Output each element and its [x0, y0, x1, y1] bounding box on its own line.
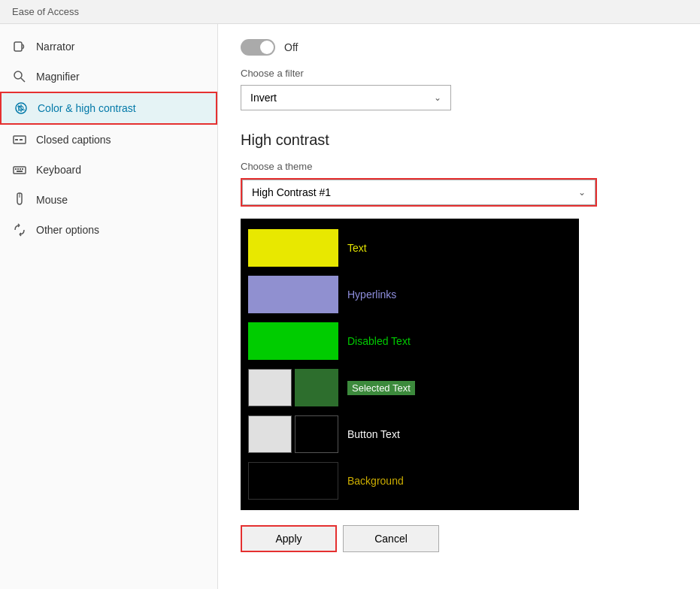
svg-line-2 [21, 78, 25, 82]
sidebar-item-color-contrast[interactable]: Color & high contrast [0, 92, 217, 125]
svg-rect-12 [22, 168, 23, 170]
other-options-label: Other options [36, 224, 99, 236]
other-options-icon [12, 222, 27, 237]
color-row-selected: Selected Text [248, 366, 571, 409]
theme-dropdown-value: High Contrast #1 [252, 186, 331, 198]
color-row-disabled: Disabled Text [248, 319, 571, 363]
theme-dropdown-wrapper: High Contrast #1 ⌄ [241, 178, 597, 207]
svg-rect-13 [17, 171, 23, 172]
hyperlinks-color-swatch[interactable] [248, 276, 338, 313]
selected-swatch-dark[interactable] [295, 369, 338, 406]
color-contrast-label: Color & high contrast [38, 102, 136, 114]
hyperlinks-color-label: Hyperlinks [347, 288, 396, 301]
mouse-label: Mouse [36, 194, 68, 206]
svg-rect-7 [20, 139, 23, 140]
filter-section-label: Choose a filter [241, 68, 677, 79]
text-color-swatch[interactable] [248, 229, 338, 267]
toggle-knob [260, 41, 274, 54]
disabled-color-label: Disabled Text [347, 335, 411, 347]
color-filter-toggle[interactable] [241, 39, 275, 56]
selected-text-badge: Selected Text [347, 381, 415, 395]
keyboard-icon [12, 162, 27, 177]
svg-rect-0 [14, 42, 22, 51]
sidebar-item-narrator[interactable]: Narrator [0, 32, 217, 62]
svg-point-1 [14, 71, 22, 79]
sidebar-item-magnifier[interactable]: Magnifier [0, 62, 217, 92]
magnifier-icon [12, 69, 27, 84]
disabled-color-swatch[interactable] [248, 322, 338, 360]
top-bar: Ease of Access [0, 0, 700, 24]
text-color-label: Text [347, 242, 367, 254]
sidebar-item-mouse[interactable]: Mouse [0, 185, 217, 215]
button-swatch-dark[interactable] [295, 415, 338, 453]
breadcrumb-title: Ease of Access [12, 6, 79, 17]
svg-rect-6 [15, 139, 18, 140]
color-row-text: Text [248, 226, 571, 270]
chevron-down-icon: ⌄ [434, 92, 441, 103]
closed-captions-label: Closed captions [36, 134, 111, 146]
sidebar-item-closed-captions[interactable]: Closed captions [0, 125, 217, 155]
color-preview-box: Text Hyperlinks Disabled Text Selected T… [241, 219, 579, 510]
action-button-row: Apply Cancel [241, 525, 677, 552]
svg-rect-11 [20, 168, 21, 170]
keyboard-label: Keyboard [36, 164, 81, 176]
color-filter-toggle-row: Off [241, 39, 677, 56]
filter-dropdown[interactable]: Invert ⌄ [241, 85, 451, 110]
theme-dropdown[interactable]: High Contrast #1 ⌄ [242, 180, 595, 205]
sidebar-item-keyboard[interactable]: Keyboard [0, 155, 217, 185]
button-text-label: Button Text [347, 428, 400, 440]
selected-swatch-light[interactable] [248, 369, 292, 406]
selected-swatch-pair [248, 369, 338, 406]
theme-chevron-icon: ⌄ [578, 187, 586, 198]
high-contrast-title: High contrast [241, 131, 677, 149]
sidebar-item-other-options[interactable]: Other options [0, 215, 217, 245]
color-row-background: Background [248, 459, 571, 503]
theme-section-label: Choose a theme [241, 161, 677, 172]
mouse-icon [12, 192, 27, 207]
narrator-icon [12, 39, 27, 54]
color-row-button: Button Text [248, 412, 571, 456]
sidebar: Narrator Magnifier Color & high contra [0, 24, 218, 589]
filter-dropdown-value: Invert [250, 92, 277, 104]
background-color-label: Background [347, 475, 404, 487]
button-swatch-light[interactable] [248, 415, 292, 453]
narrator-label: Narrator [36, 41, 74, 53]
closed-captions-icon [12, 132, 27, 147]
background-color-swatch[interactable] [248, 462, 338, 500]
cancel-button[interactable]: Cancel [343, 525, 439, 552]
apply-button[interactable]: Apply [241, 525, 337, 552]
color-row-hyperlinks: Hyperlinks [248, 273, 571, 316]
color-contrast-icon [14, 101, 29, 116]
toggle-label: Off [284, 41, 298, 53]
main-content: Off Choose a filter Invert ⌄ High contra… [218, 24, 700, 589]
svg-rect-8 [14, 167, 26, 174]
button-swatch-pair [248, 415, 338, 453]
svg-rect-10 [17, 168, 19, 170]
svg-rect-9 [15, 168, 17, 170]
magnifier-label: Magnifier [36, 71, 80, 83]
